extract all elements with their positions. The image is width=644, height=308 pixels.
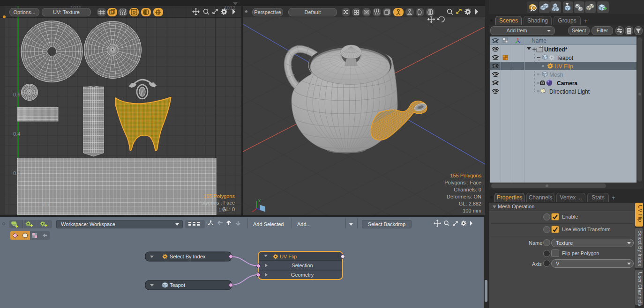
svg-text:Channels: 0: Channels: 0 — [454, 187, 481, 192]
svg-text:100 mm: 100 mm — [463, 208, 481, 213]
svg-text:Selection: Selection — [292, 263, 313, 268]
svg-text:Deformers: ON: Deformers: ON — [447, 194, 481, 199]
svg-text:155 Polygons: 155 Polygons — [450, 173, 481, 178]
svg-text:0.4: 0.4 — [13, 131, 20, 137]
svg-text:0.2: 0.2 — [13, 170, 20, 176]
svg-text:GL: 2,882: GL: 2,882 — [459, 201, 481, 206]
svg-text:Y: Y — [258, 198, 261, 203]
svg-text:Polygons : Face: Polygons : Face — [444, 180, 481, 185]
svg-text:Teapot: Teapot — [170, 282, 185, 288]
svg-text:155 Polygons: 155 Polygons — [203, 193, 235, 199]
svg-text:Select By Index: Select By Index — [170, 254, 206, 259]
svg-text:Polygons : Face: Polygons : Face — [198, 200, 235, 205]
svg-text:UV Flip: UV Flip — [280, 254, 297, 259]
svg-text:mm: mm — [43, 202, 50, 207]
svg-text:Geometry: Geometry — [291, 272, 314, 278]
svg-text:0.6: 0.6 — [13, 92, 20, 97]
svg-text:GL: 0: GL: 0 — [222, 206, 235, 212]
